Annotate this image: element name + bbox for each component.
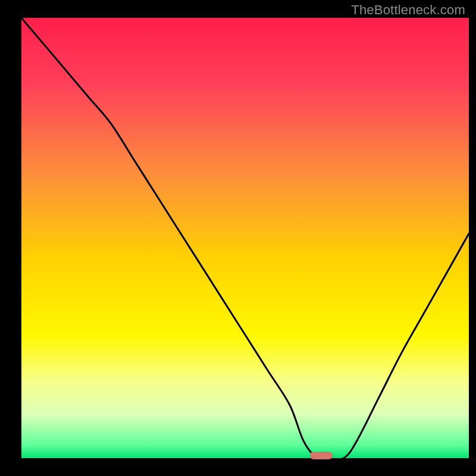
watermark-label: TheBottleneck.com <box>351 2 465 18</box>
bottleneck-chart <box>0 0 476 476</box>
plot-background <box>21 18 469 458</box>
optimum-marker <box>310 452 333 459</box>
chart-container: TheBottleneck.com <box>0 0 476 476</box>
